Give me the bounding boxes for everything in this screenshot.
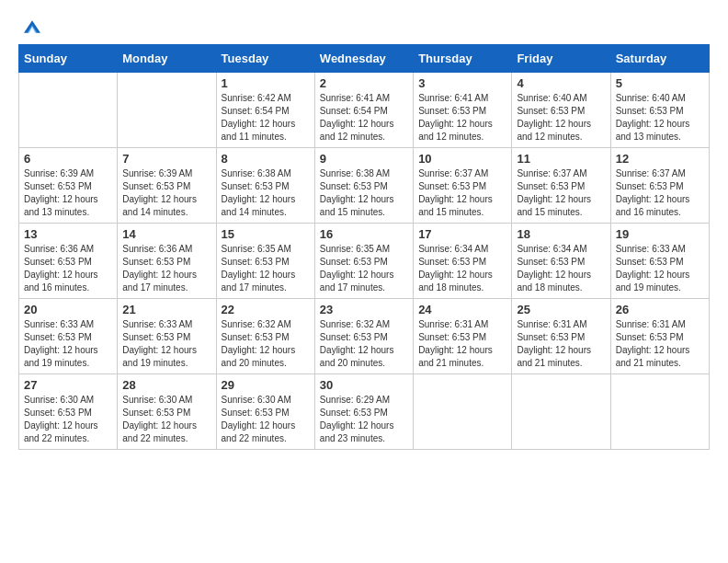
calendar-table: SundayMondayTuesdayWednesdayThursdayFrid… <box>18 44 710 450</box>
calendar-cell: 29Sunrise: 6:30 AMSunset: 6:53 PMDayligh… <box>216 374 314 450</box>
calendar-cell: 22Sunrise: 6:32 AMSunset: 6:53 PMDayligh… <box>216 299 314 374</box>
day-number: 24 <box>418 303 506 316</box>
day-number: 22 <box>222 303 310 316</box>
day-number: 13 <box>24 227 112 241</box>
day-number: 1 <box>222 76 310 90</box>
calendar-cell: 26Sunrise: 6:31 AMSunset: 6:53 PMDayligh… <box>610 299 709 374</box>
day-info: Sunrise: 6:33 AMSunset: 6:53 PMDaylight:… <box>122 318 210 370</box>
week-row-4: 20Sunrise: 6:33 AMSunset: 6:53 PMDayligh… <box>19 299 710 374</box>
day-info: Sunrise: 6:40 AMSunset: 6:53 PMDaylight:… <box>616 92 704 144</box>
day-info: Sunrise: 6:35 AMSunset: 6:53 PMDaylight:… <box>222 243 310 294</box>
day-info: Sunrise: 6:30 AMSunset: 6:53 PMDaylight:… <box>122 394 210 445</box>
calendar-cell: 9Sunrise: 6:38 AMSunset: 6:53 PMDaylight… <box>314 148 413 224</box>
weekday-row: SundayMondayTuesdayWednesdayThursdayFrid… <box>19 45 710 73</box>
day-number: 11 <box>517 152 605 166</box>
calendar-cell: 12Sunrise: 6:37 AMSunset: 6:53 PMDayligh… <box>610 148 709 224</box>
calendar-cell: 1Sunrise: 6:42 AMSunset: 6:54 PMDaylight… <box>216 73 314 148</box>
day-info: Sunrise: 6:34 AMSunset: 6:53 PMDaylight:… <box>418 243 506 294</box>
day-info: Sunrise: 6:41 AMSunset: 6:54 PMDaylight:… <box>320 92 408 144</box>
calendar-cell: 15Sunrise: 6:35 AMSunset: 6:53 PMDayligh… <box>216 224 314 299</box>
day-number: 5 <box>616 76 704 90</box>
weekday-header-sunday: Sunday <box>19 45 118 73</box>
day-info: Sunrise: 6:39 AMSunset: 6:53 PMDaylight:… <box>24 167 112 219</box>
day-info: Sunrise: 6:34 AMSunset: 6:53 PMDaylight:… <box>517 243 605 294</box>
day-info: Sunrise: 6:39 AMSunset: 6:53 PMDaylight:… <box>122 167 210 219</box>
day-number: 7 <box>122 152 210 166</box>
calendar-cell: 20Sunrise: 6:33 AMSunset: 6:53 PMDayligh… <box>19 299 118 374</box>
calendar-cell: 27Sunrise: 6:30 AMSunset: 6:53 PMDayligh… <box>19 374 118 450</box>
day-info: Sunrise: 6:33 AMSunset: 6:53 PMDaylight:… <box>616 243 704 294</box>
weekday-header-wednesday: Wednesday <box>314 45 413 73</box>
day-info: Sunrise: 6:37 AMSunset: 6:53 PMDaylight:… <box>616 167 704 219</box>
day-number: 17 <box>418 227 506 241</box>
day-info: Sunrise: 6:31 AMSunset: 6:53 PMDaylight:… <box>517 318 605 370</box>
day-number: 12 <box>616 152 704 166</box>
calendar-cell: 7Sunrise: 6:39 AMSunset: 6:53 PMDaylight… <box>118 148 216 224</box>
calendar-cell: 24Sunrise: 6:31 AMSunset: 6:53 PMDayligh… <box>414 299 512 374</box>
day-number: 18 <box>517 227 605 241</box>
calendar-cell: 5Sunrise: 6:40 AMSunset: 6:53 PMDaylight… <box>610 73 709 148</box>
day-number: 29 <box>222 378 310 392</box>
day-info: Sunrise: 6:38 AMSunset: 6:53 PMDaylight:… <box>320 167 408 219</box>
day-number: 25 <box>517 303 605 316</box>
week-row-2: 6Sunrise: 6:39 AMSunset: 6:53 PMDaylight… <box>19 148 710 224</box>
day-number: 14 <box>122 227 210 241</box>
weekday-header-thursday: Thursday <box>414 45 512 73</box>
logo-icon <box>24 18 40 35</box>
calendar-cell: 13Sunrise: 6:36 AMSunset: 6:53 PMDayligh… <box>19 224 118 299</box>
day-info: Sunrise: 6:42 AMSunset: 6:54 PMDaylight:… <box>222 92 310 144</box>
calendar-cell <box>19 73 118 148</box>
calendar-cell: 17Sunrise: 6:34 AMSunset: 6:53 PMDayligh… <box>414 224 512 299</box>
day-info: Sunrise: 6:37 AMSunset: 6:53 PMDaylight:… <box>517 167 605 219</box>
day-number: 20 <box>24 303 112 316</box>
calendar-body: 1Sunrise: 6:42 AMSunset: 6:54 PMDaylight… <box>19 73 710 450</box>
calendar-cell: 21Sunrise: 6:33 AMSunset: 6:53 PMDayligh… <box>118 299 216 374</box>
day-info: Sunrise: 6:32 AMSunset: 6:53 PMDaylight:… <box>222 318 310 370</box>
week-row-1: 1Sunrise: 6:42 AMSunset: 6:54 PMDaylight… <box>19 73 710 148</box>
day-number: 19 <box>616 227 704 241</box>
day-info: Sunrise: 6:31 AMSunset: 6:53 PMDaylight:… <box>418 318 506 370</box>
weekday-header-friday: Friday <box>512 45 610 73</box>
logo <box>18 18 44 35</box>
calendar-cell: 25Sunrise: 6:31 AMSunset: 6:53 PMDayligh… <box>512 299 610 374</box>
day-info: Sunrise: 6:36 AMSunset: 6:53 PMDaylight:… <box>24 243 112 294</box>
day-number: 8 <box>222 152 310 166</box>
day-info: Sunrise: 6:30 AMSunset: 6:53 PMDaylight:… <box>222 394 310 445</box>
calendar-cell: 6Sunrise: 6:39 AMSunset: 6:53 PMDaylight… <box>19 148 118 224</box>
calendar-cell: 3Sunrise: 6:41 AMSunset: 6:53 PMDaylight… <box>414 73 512 148</box>
calendar-header: SundayMondayTuesdayWednesdayThursdayFrid… <box>19 45 710 73</box>
calendar-cell: 18Sunrise: 6:34 AMSunset: 6:53 PMDayligh… <box>512 224 610 299</box>
week-row-3: 13Sunrise: 6:36 AMSunset: 6:53 PMDayligh… <box>19 224 710 299</box>
day-info: Sunrise: 6:35 AMSunset: 6:53 PMDaylight:… <box>320 243 408 294</box>
day-info: Sunrise: 6:36 AMSunset: 6:53 PMDaylight:… <box>122 243 210 294</box>
calendar-cell: 2Sunrise: 6:41 AMSunset: 6:54 PMDaylight… <box>314 73 413 148</box>
calendar-cell: 4Sunrise: 6:40 AMSunset: 6:53 PMDaylight… <box>512 73 610 148</box>
day-info: Sunrise: 6:29 AMSunset: 6:53 PMDaylight:… <box>320 394 408 445</box>
day-info: Sunrise: 6:32 AMSunset: 6:53 PMDaylight:… <box>320 318 408 370</box>
calendar-cell: 8Sunrise: 6:38 AMSunset: 6:53 PMDaylight… <box>216 148 314 224</box>
day-number: 26 <box>616 303 704 316</box>
day-number: 28 <box>122 378 210 392</box>
day-info: Sunrise: 6:37 AMSunset: 6:53 PMDaylight:… <box>418 167 506 219</box>
day-number: 3 <box>418 76 506 90</box>
day-number: 9 <box>320 152 408 166</box>
day-number: 2 <box>320 76 408 90</box>
day-number: 6 <box>24 152 112 166</box>
day-info: Sunrise: 6:38 AMSunset: 6:53 PMDaylight:… <box>222 167 310 219</box>
day-number: 10 <box>418 152 506 166</box>
calendar-cell <box>512 374 610 450</box>
calendar-cell <box>610 374 709 450</box>
day-number: 16 <box>320 227 408 241</box>
day-number: 30 <box>320 378 408 392</box>
page-header <box>18 18 710 35</box>
calendar-cell: 11Sunrise: 6:37 AMSunset: 6:53 PMDayligh… <box>512 148 610 224</box>
day-number: 27 <box>24 378 112 392</box>
calendar-cell: 16Sunrise: 6:35 AMSunset: 6:53 PMDayligh… <box>314 224 413 299</box>
calendar-cell: 23Sunrise: 6:32 AMSunset: 6:53 PMDayligh… <box>314 299 413 374</box>
day-number: 21 <box>122 303 210 316</box>
day-info: Sunrise: 6:30 AMSunset: 6:53 PMDaylight:… <box>24 394 112 445</box>
day-number: 15 <box>222 227 310 241</box>
calendar-cell: 14Sunrise: 6:36 AMSunset: 6:53 PMDayligh… <box>118 224 216 299</box>
calendar-cell <box>414 374 512 450</box>
day-number: 23 <box>320 303 408 316</box>
